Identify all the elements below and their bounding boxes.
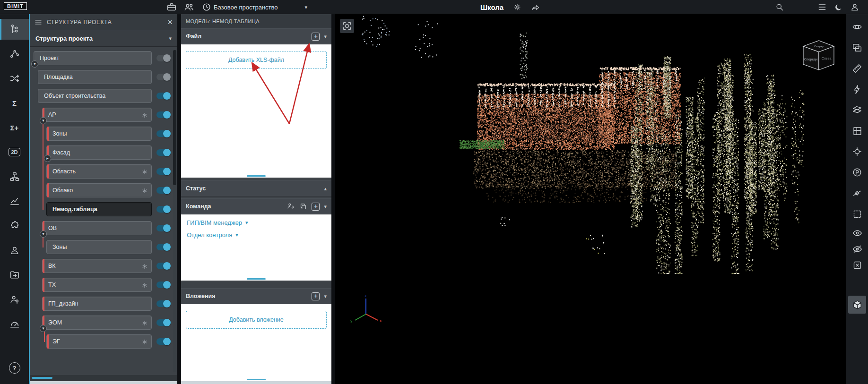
tool-analytics[interactable] <box>0 191 29 212</box>
visibility-toggle[interactable] <box>156 187 171 194</box>
tree-item-box[interactable]: Проект ▾ <box>34 51 152 65</box>
team-role-dropdown[interactable]: Отдел контроля <box>187 231 326 239</box>
visibility-toggle[interactable] <box>156 319 171 326</box>
tool-sum[interactable]: Σ <box>0 93 29 113</box>
gear-icon[interactable] <box>513 3 521 11</box>
tool-isolate-off[interactable] <box>848 258 866 272</box>
close-icon[interactable] <box>167 18 173 26</box>
chevron-down-icon[interactable] <box>324 34 327 39</box>
tool-show[interactable] <box>848 226 866 240</box>
tool-grid[interactable] <box>848 122 866 140</box>
viewport-canvas[interactable] <box>335 14 846 384</box>
tool-quick-actions[interactable] <box>848 80 866 98</box>
tool-2d[interactable]: 2D <box>0 142 29 162</box>
focus-model-button[interactable] <box>340 19 354 33</box>
tool-project-structure[interactable] <box>0 19 29 40</box>
tree-hscrollbar-thumb[interactable] <box>32 377 52 379</box>
team-scrollbar-thumb[interactable] <box>247 278 266 280</box>
tree-row[interactable]: Площадка <box>30 70 177 84</box>
search-icon[interactable] <box>775 2 784 12</box>
tree-item-box[interactable]: Объект строительства <box>38 89 152 103</box>
visibility-toggle[interactable] <box>156 244 171 250</box>
copy-icon[interactable] <box>299 203 307 211</box>
visibility-toggle[interactable] <box>156 338 171 345</box>
tree-row[interactable]: ЭГ <box>30 334 177 349</box>
expander-icon[interactable]: ▸ <box>44 155 51 162</box>
tool-measure[interactable] <box>848 60 866 77</box>
tree-row[interactable]: ТХ <box>30 278 177 292</box>
tool-section-planes[interactable] <box>848 101 866 119</box>
navigation-cube[interactable]: Сверху Спереди Слева <box>796 37 842 77</box>
tree-item-box[interactable]: Облако <box>46 183 152 197</box>
add-team-member-button[interactable] <box>312 203 320 211</box>
tool-orbit[interactable] <box>848 18 866 36</box>
tree-item-box[interactable]: АР ▾ <box>42 108 152 122</box>
expander-icon[interactable]: ▾ <box>40 325 47 332</box>
expander-icon[interactable]: ▾ <box>31 60 38 68</box>
share-icon[interactable] <box>531 3 540 12</box>
tool-model-mode[interactable] <box>848 296 866 314</box>
tree-item-box[interactable]: ВК <box>42 259 152 273</box>
assign-user-icon[interactable] <box>286 202 295 211</box>
tree-row[interactable]: Область <box>30 164 177 179</box>
tool-clash[interactable] <box>0 68 29 89</box>
tree-item-box[interactable]: Фасад ▸ <box>46 145 152 160</box>
tool-locate[interactable] <box>848 143 866 161</box>
visibility-toggle[interactable] <box>156 282 171 288</box>
add-attachment-dropzone[interactable]: Добавить вложение <box>186 311 327 329</box>
tree-item-box[interactable]: Зоны <box>46 127 152 141</box>
visibility-toggle[interactable] <box>156 93 171 99</box>
tree-row[interactable]: Облако <box>30 183 177 197</box>
tree-row[interactable]: ЭОМ ▾ <box>30 316 177 330</box>
attachments-scrollbar-thumb[interactable] <box>247 379 266 380</box>
tool-panorama[interactable] <box>848 163 866 181</box>
moon-icon[interactable] <box>834 3 843 12</box>
tree-scrollbar-thumb[interactable] <box>173 50 176 185</box>
tool-views[interactable] <box>848 39 866 57</box>
visibility-toggle[interactable] <box>156 149 171 156</box>
visibility-toggle[interactable] <box>156 130 171 137</box>
visibility-toggle[interactable] <box>156 55 171 61</box>
tool-plugins[interactable] <box>0 215 29 236</box>
tree-item-box[interactable]: ЭОМ ▾ <box>42 316 152 330</box>
tree-row[interactable]: Проект ▾ <box>30 51 177 65</box>
visibility-toggle[interactable] <box>156 168 171 175</box>
team-icon[interactable] <box>184 2 194 12</box>
tool-connections[interactable] <box>0 43 29 64</box>
status-section-header[interactable]: Статус <box>181 180 331 196</box>
expander-icon[interactable]: ▾ <box>40 230 47 238</box>
tree-item-box[interactable]: Зоны <box>46 240 152 254</box>
tool-dashboard[interactable] <box>0 314 29 334</box>
workspace-selector[interactable]: Базовое пространство <box>214 0 307 14</box>
file-scrollbar-thumb[interactable] <box>247 175 266 177</box>
visibility-toggle[interactable] <box>156 111 171 118</box>
add-attachment-button[interactable] <box>312 292 320 300</box>
tool-section-cut[interactable] <box>848 184 866 202</box>
visibility-toggle[interactable] <box>156 263 171 269</box>
tree-row[interactable]: Немод.таблица <box>30 202 177 216</box>
tree-item-box[interactable]: Область <box>46 164 152 179</box>
tree-item-box[interactable]: ТХ <box>42 278 152 292</box>
expander-icon[interactable]: ▾ <box>40 117 47 124</box>
menu-icon[interactable] <box>35 18 42 26</box>
history-icon[interactable] <box>201 2 212 12</box>
visibility-toggle[interactable] <box>156 74 171 80</box>
structure-view-selector[interactable]: Структура проекта <box>30 30 177 47</box>
tree-row[interactable]: АР ▾ <box>30 108 177 122</box>
toolbox-icon[interactable] <box>166 2 177 12</box>
list-icon[interactable] <box>817 2 827 12</box>
tree-row[interactable]: ГП_дизайн <box>30 297 177 311</box>
tree-item-box[interactable]: ГП_дизайн <box>42 297 152 311</box>
visibility-toggle[interactable] <box>156 300 171 307</box>
visibility-toggle[interactable] <box>156 206 171 213</box>
viewport-3d[interactable]: Сверху Спереди Слева z x y <box>335 14 846 384</box>
tree-row[interactable]: Зоны <box>30 240 177 254</box>
tree-item-box[interactable]: Площадка <box>38 70 152 84</box>
help-button[interactable]: ? <box>0 358 29 378</box>
add-xls-dropzone[interactable]: Добавить XLS-файл <box>186 51 327 69</box>
tree-row[interactable]: ОВ ▾ <box>30 221 177 235</box>
chevron-down-icon[interactable] <box>324 204 327 209</box>
tool-users[interactable] <box>0 240 29 261</box>
add-file-button[interactable] <box>312 33 320 41</box>
chevron-down-icon[interactable] <box>324 294 327 299</box>
